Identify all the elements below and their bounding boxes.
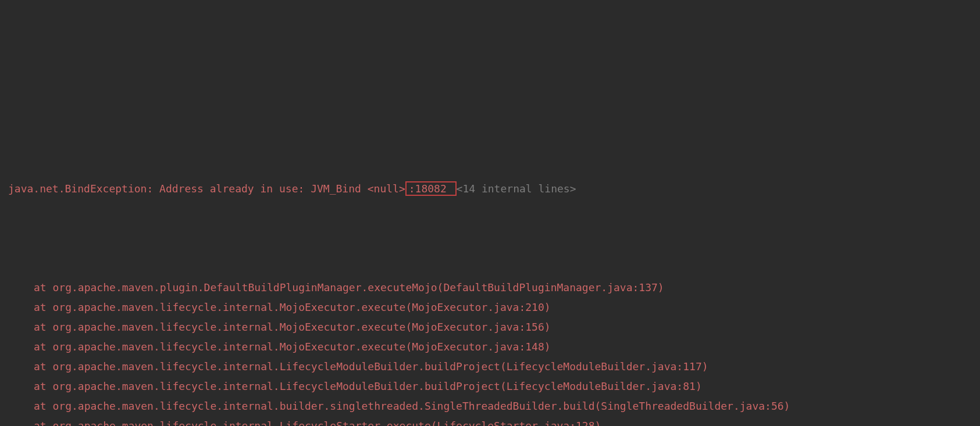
stack-frame-text: at org.apache.maven.lifecycle.internal.L… — [34, 420, 601, 426]
console-log: java.net.BindException: Address already … — [0, 99, 980, 426]
port-highlight: :18082 — [405, 181, 457, 196]
stack-frame-text: at org.apache.maven.plugin.DefaultBuildP… — [34, 281, 664, 293]
stack-frame[interactable]: at org.apache.maven.lifecycle.internal.b… — [0, 396, 980, 416]
stack-frame-text: at org.apache.maven.lifecycle.internal.L… — [34, 380, 702, 392]
stack-frame[interactable]: at org.apache.maven.plugin.DefaultBuildP… — [0, 278, 980, 298]
stack-frame[interactable]: at org.apache.maven.lifecycle.internal.M… — [0, 317, 980, 337]
stack-frame[interactable]: at org.apache.maven.lifecycle.internal.M… — [0, 337, 980, 357]
exception-header-line: java.net.BindException: Address already … — [0, 179, 980, 199]
stack-frame[interactable]: at org.apache.maven.lifecycle.internal.L… — [0, 377, 980, 396]
stack-frame[interactable]: at org.apache.maven.lifecycle.internal.L… — [0, 357, 980, 377]
exception-header-text: java.net.BindException: Address already … — [8, 182, 405, 195]
stack-frame-text: at org.apache.maven.lifecycle.internal.M… — [34, 341, 551, 353]
stack-frame-text: at org.apache.maven.lifecycle.internal.b… — [34, 400, 790, 412]
stack-frame-text: at org.apache.maven.lifecycle.internal.L… — [34, 360, 708, 373]
stack-frame-text: at org.apache.maven.lifecycle.internal.M… — [34, 301, 551, 313]
stack-frame[interactable]: at org.apache.maven.lifecycle.internal.M… — [0, 298, 980, 317]
stack-frame[interactable]: at org.apache.maven.lifecycle.internal.L… — [0, 416, 980, 426]
fold-top[interactable]: <14 internal lines> — [457, 182, 576, 195]
stack-frame-text: at org.apache.maven.lifecycle.internal.M… — [34, 321, 551, 333]
